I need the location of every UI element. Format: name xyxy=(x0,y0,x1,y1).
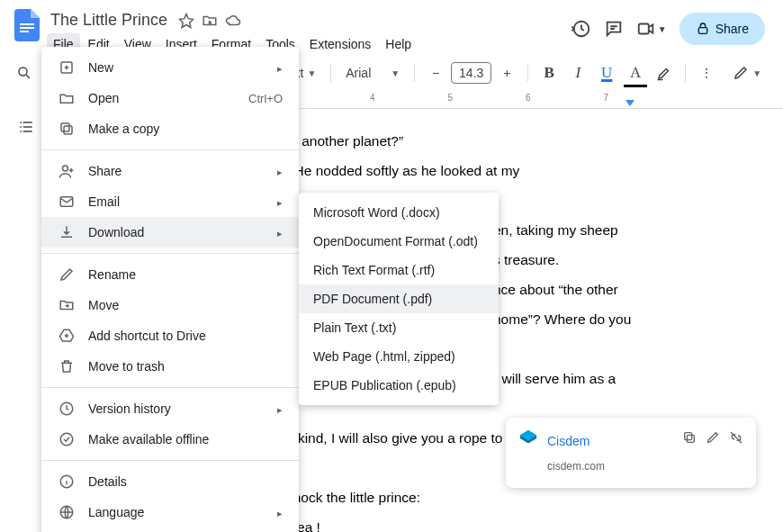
svg-rect-10 xyxy=(64,126,72,134)
bold-button[interactable]: B xyxy=(537,61,561,85)
menu-item-label: New xyxy=(88,60,113,75)
submenu-item-web-page-html-zipped-[interactable]: Web Page (.html, zipped) xyxy=(299,342,499,371)
menu-item-new[interactable]: New xyxy=(41,52,299,83)
copy-icon xyxy=(58,121,76,137)
text-color-button[interactable]: A xyxy=(624,61,647,85)
menu-item-add-shortcut-to-drive[interactable]: Add shortcut to Drive xyxy=(41,320,299,351)
menu-item-details[interactable]: Details xyxy=(41,466,299,497)
menu-item-page-setup[interactable]: Page setup xyxy=(41,527,299,532)
menu-item-label: Details xyxy=(88,474,127,489)
submenu-arrow-icon xyxy=(277,60,283,75)
svg-point-15 xyxy=(60,433,73,446)
search-menus-icon[interactable] xyxy=(13,61,36,85)
menu-shortcut: Ctrl+O xyxy=(248,92,283,105)
svg-rect-0 xyxy=(20,23,34,25)
download-submenu: Microsoft Word (.docx)OpenDocument Forma… xyxy=(299,193,499,405)
menu-item-email[interactable]: Email xyxy=(41,186,299,217)
link-favicon-icon xyxy=(518,428,538,448)
folder-open-icon xyxy=(58,90,76,106)
last-edit-icon[interactable] xyxy=(572,19,591,39)
comments-icon[interactable] xyxy=(604,19,624,39)
menu-item-label: Share xyxy=(88,164,122,178)
svg-rect-8 xyxy=(685,433,692,440)
menu-item-share[interactable]: Share xyxy=(41,156,299,186)
menu-item-move[interactable]: Move xyxy=(41,290,299,320)
svg-point-12 xyxy=(63,166,68,171)
italic-button[interactable]: I xyxy=(566,61,590,85)
document-title[interactable]: The Little Prince xyxy=(47,9,171,32)
svg-rect-11 xyxy=(61,123,69,131)
download-icon xyxy=(58,224,76,240)
menu-separator xyxy=(41,253,299,254)
menu-item-rename[interactable]: Rename xyxy=(41,259,299,290)
cloud-status-icon[interactable] xyxy=(225,13,241,29)
separator xyxy=(414,64,415,82)
svg-rect-4 xyxy=(638,24,648,34)
menu-separator xyxy=(41,387,299,388)
menu-item-version-history[interactable]: Version history xyxy=(41,393,299,424)
increase-font-icon[interactable]: + xyxy=(495,61,518,85)
share-label: Share xyxy=(716,22,749,36)
offline-icon xyxy=(58,431,76,447)
decrease-font-icon[interactable]: − xyxy=(424,61,447,85)
menu-item-label: Version history xyxy=(88,401,171,416)
menu-item-move-to-trash[interactable]: Move to trash xyxy=(41,351,299,382)
link-preview-card: Cisdem cisdem.com xyxy=(506,418,756,488)
link-preview-subtitle: cisdem.com xyxy=(547,455,673,477)
font-size-input[interactable]: 14.3 xyxy=(451,62,491,84)
menu-item-open[interactable]: OpenCtrl+O xyxy=(41,83,299,113)
ruler-number: 6 xyxy=(526,93,531,103)
separator xyxy=(330,64,331,82)
history-icon xyxy=(58,401,76,417)
meet-icon[interactable]: ▼ xyxy=(636,19,667,39)
submenu-item-epub-publication-epub-[interactable]: EPUB Publication (.epub) xyxy=(299,371,499,400)
font-dropdown[interactable]: Arial ▼ xyxy=(340,66,405,80)
menu-item-label: Add shortcut to Drive xyxy=(88,329,206,343)
menu-extensions[interactable]: Extensions xyxy=(303,33,377,55)
svg-rect-7 xyxy=(687,435,694,442)
remove-link-icon[interactable] xyxy=(729,430,743,445)
menu-help[interactable]: Help xyxy=(379,33,418,55)
plus-box-icon xyxy=(58,59,76,76)
star-icon[interactable] xyxy=(178,13,194,29)
menu-item-make-a-copy[interactable]: Make a copy xyxy=(41,113,299,144)
highlight-button[interactable] xyxy=(652,61,676,85)
trash-icon xyxy=(58,358,76,374)
menu-item-label: Make a copy xyxy=(88,122,159,136)
info-icon xyxy=(58,473,76,490)
menu-separator xyxy=(41,149,299,150)
menu-item-label: Make available offline xyxy=(88,432,209,446)
submenu-item-microsoft-word-docx-[interactable]: Microsoft Word (.docx) xyxy=(299,198,499,227)
menu-item-download[interactable]: Download xyxy=(41,217,299,248)
menu-item-language[interactable]: Language xyxy=(41,497,299,527)
editing-mode-dropdown[interactable]: ▼ xyxy=(724,59,770,86)
menu-item-label: Download xyxy=(88,225,144,239)
submenu-arrow-icon xyxy=(277,505,283,519)
menu-item-make-available-offline[interactable]: Make available offline xyxy=(41,424,299,455)
share-button[interactable]: Share xyxy=(680,13,765,45)
menu-item-label: Language xyxy=(88,505,144,519)
submenu-arrow-icon xyxy=(277,194,283,209)
move-folder-icon[interactable] xyxy=(202,13,218,29)
edit-link-icon[interactable] xyxy=(706,430,720,445)
file-menu: NewOpenCtrl+OMake a copyShareEmailDownlo… xyxy=(41,47,299,532)
drive-add-icon xyxy=(58,328,76,344)
copy-link-icon[interactable] xyxy=(682,430,697,445)
submenu-item-opendocument-format-odt-[interactable]: OpenDocument Format (.odt) xyxy=(299,227,499,256)
submenu-item-rich-text-format-rtf-[interactable]: Rich Text Format (.rtf) xyxy=(299,256,499,284)
ruler-number: 5 xyxy=(448,93,454,103)
outline-icon[interactable] xyxy=(17,118,35,136)
menu-item-label: Rename xyxy=(88,267,136,282)
submenu-item-pdf-document-pdf-[interactable]: PDF Document (.pdf) xyxy=(299,284,499,313)
more-tools-icon[interactable]: ⋮ xyxy=(695,61,718,85)
link-preview-title[interactable]: Cisdem xyxy=(547,428,673,454)
docs-logo-icon[interactable] xyxy=(11,9,43,41)
folder-move-icon xyxy=(58,297,76,313)
svg-point-6 xyxy=(19,68,27,76)
submenu-item-plain-text-txt-[interactable]: Plain Text (.txt) xyxy=(299,313,499,342)
ruler-number: 7 xyxy=(603,93,608,103)
underline-button[interactable]: U xyxy=(595,61,618,85)
right-indent-marker[interactable] xyxy=(626,100,634,106)
person-plus-icon xyxy=(58,163,76,179)
menu-item-label: Email xyxy=(88,194,120,209)
